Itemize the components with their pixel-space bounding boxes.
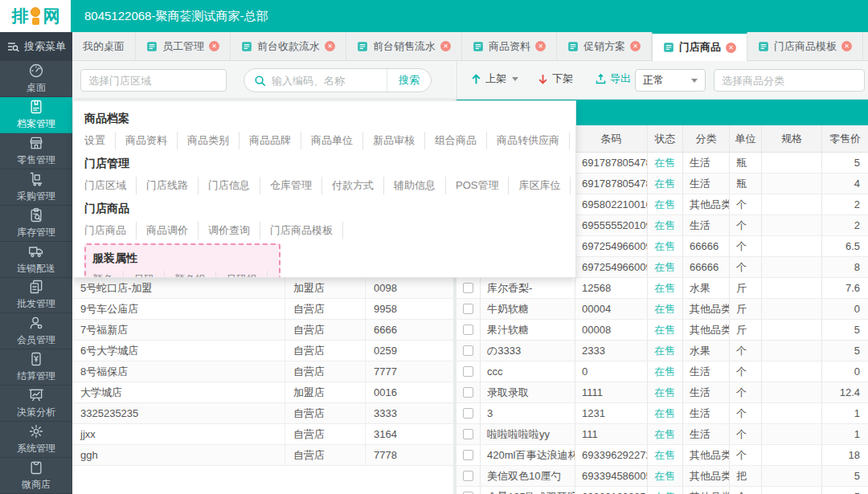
row-checkbox[interactable]	[463, 345, 473, 356]
menu-item[interactable]: 尺码组	[216, 271, 268, 278]
tab-goods-info[interactable]: 商品资料✕	[462, 32, 557, 60]
menu-item[interactable]: 辅助信息	[384, 177, 446, 194]
tab-front-sales[interactable]: 前台销售流水✕	[346, 32, 462, 60]
menu-item[interactable]: 商品资料	[116, 132, 178, 149]
menu-item[interactable]: 商品转供应商	[487, 132, 570, 149]
menu-item[interactable]: 商品类别	[178, 132, 240, 149]
store-row[interactable]: 7号福新店自营店6666	[72, 320, 453, 341]
sidebar-item-inventory[interactable]: 库存管理	[0, 206, 72, 242]
product-price: 7.6	[822, 278, 868, 298]
product-barcode: 6917878054780	[575, 153, 648, 173]
close-icon[interactable]: ✕	[841, 41, 852, 51]
sidebar-item-desktop[interactable]: 桌面	[0, 61, 72, 97]
store-row[interactable]: 大学城店加盟店0016	[72, 382, 453, 403]
menu-item[interactable]: 门店信息	[199, 177, 260, 194]
shelf-off-button[interactable]: 下架	[537, 71, 573, 86]
sidebar-item-wholesale[interactable]: 批发管理	[0, 278, 72, 314]
sidebar-item-analysis[interactable]: 决策分析	[0, 386, 72, 422]
store-code: 3333	[366, 403, 453, 423]
close-icon[interactable]: ✕	[209, 41, 219, 51]
menu-item[interactable]: 门店商品模板	[260, 222, 343, 239]
menu-item[interactable]: 门店商品	[84, 222, 137, 239]
sidebar-item-purchase[interactable]: 采购管理	[0, 169, 72, 206]
status-select[interactable]: 正常	[635, 69, 706, 92]
product-barcode: 1111	[575, 382, 648, 402]
store-row[interactable]: 6号大学城店自营店0259	[72, 341, 453, 361]
menu-item[interactable]: 仓库管理	[260, 177, 322, 194]
category-input[interactable]	[714, 69, 865, 92]
close-icon[interactable]: ✕	[630, 41, 641, 51]
sidebar-item-system[interactable]: 系统管理	[0, 422, 72, 458]
product-category: 其他品类	[683, 466, 730, 486]
store-row[interactable]: ggh自营店7778	[72, 445, 453, 466]
tab-store-goods-template[interactable]: 门店商品模板✕	[747, 32, 863, 60]
document-icon	[241, 41, 252, 52]
menu-item[interactable]: 库区库位	[509, 177, 571, 194]
tab-staff[interactable]: 员工管理✕	[136, 32, 231, 60]
sidebar-item-label: 决策分析	[17, 406, 55, 419]
store-icon	[28, 135, 44, 153]
menu-item[interactable]: 商品单位	[301, 132, 363, 149]
menu-item[interactable]: 调价查询	[199, 222, 260, 239]
sidebar-item-archive[interactable]: 档案管理	[0, 97, 72, 133]
search-button[interactable]: 搜索	[387, 68, 431, 92]
store-row[interactable]: 9号车公庙店自营店9958	[72, 299, 453, 320]
close-icon[interactable]: ✕	[535, 41, 546, 51]
row-checkbox[interactable]	[463, 429, 473, 439]
product-category: 水果	[683, 341, 730, 361]
tab-my-desktop[interactable]: 我的桌面	[72, 32, 136, 60]
sidebar-item-chain-delivery[interactable]: 连锁配送	[0, 242, 72, 278]
export-button[interactable]: 导出	[595, 71, 631, 86]
shelf-on-button[interactable]: 上架	[470, 71, 518, 86]
close-icon[interactable]: ✕	[726, 43, 736, 53]
menu-item[interactable]: 门店区域	[84, 177, 137, 194]
tab-promotion[interactable]: 促销方案✕	[557, 32, 652, 60]
tab-front-payment[interactable]: 前台收款流水✕	[231, 32, 346, 60]
search-input[interactable]	[272, 75, 387, 87]
sidebar-item-label: 连锁配送	[17, 262, 55, 276]
store-row[interactable]: 8号福保店自营店7777	[72, 361, 453, 382]
row-checkbox[interactable]	[463, 450, 473, 460]
menu-item[interactable]: POS管理	[446, 177, 509, 194]
store-row[interactable]: 3325235235自营店3333	[72, 403, 453, 424]
product-price: 5	[822, 487, 868, 494]
sidebar-item-retail[interactable]: 零售管理	[0, 133, 72, 169]
row-checkbox[interactable]	[463, 471, 473, 481]
sidebar-item-micro-shop[interactable]: 微商店	[0, 458, 72, 494]
row-checkbox[interactable]	[463, 304, 473, 314]
menu-item[interactable]: 组合商品	[425, 132, 487, 149]
product-status: 在售	[648, 278, 683, 298]
product-category: 其他品类	[683, 445, 730, 465]
row-checkbox[interactable]	[463, 408, 473, 418]
product-spec	[762, 236, 822, 256]
store-row[interactable]: jjxx自营店3164	[72, 424, 453, 445]
sidebar-search-menu[interactable]: 搜索菜单	[0, 32, 72, 61]
menu-item[interactable]: 商品品牌	[240, 132, 301, 149]
menu-item[interactable]: 商品调价	[137, 222, 199, 239]
export-label: 导出	[610, 71, 631, 86]
row-checkbox[interactable]	[463, 387, 473, 398]
store-type: 自营店	[285, 341, 366, 361]
sidebar-item-settlement[interactable]: 结算管理	[0, 349, 72, 386]
row-checkbox[interactable]	[463, 366, 473, 377]
tab-store-goods[interactable]: 门店商品✕	[652, 32, 747, 61]
product-spec	[762, 299, 822, 319]
menu-item[interactable]: 颜色组	[165, 271, 216, 278]
menu-item[interactable]: 新品审核	[363, 132, 425, 149]
close-icon[interactable]: ✕	[325, 41, 335, 51]
store-row[interactable]: 5号蛇口店-加盟加盟店0098	[72, 278, 453, 299]
menu-item[interactable]: 门店线路	[137, 177, 199, 194]
menu-item[interactable]: 付款方式	[322, 177, 384, 194]
menu-item[interactable]: 设置	[84, 132, 116, 149]
sidebar-item-label: 库存管理	[17, 226, 55, 239]
sidebar-item-member[interactable]: 会员管理	[0, 313, 72, 349]
product-price: 2	[822, 215, 868, 235]
row-checkbox[interactable]	[463, 283, 473, 293]
menu-item[interactable]: 颜色	[92, 271, 124, 278]
close-icon[interactable]: ✕	[440, 41, 451, 51]
row-checkbox[interactable]	[463, 325, 473, 335]
product-price: 12.4	[822, 382, 868, 402]
store-region-input[interactable]	[80, 69, 227, 92]
checkbox-cell	[457, 341, 481, 361]
menu-item[interactable]: 尺码	[124, 271, 165, 278]
